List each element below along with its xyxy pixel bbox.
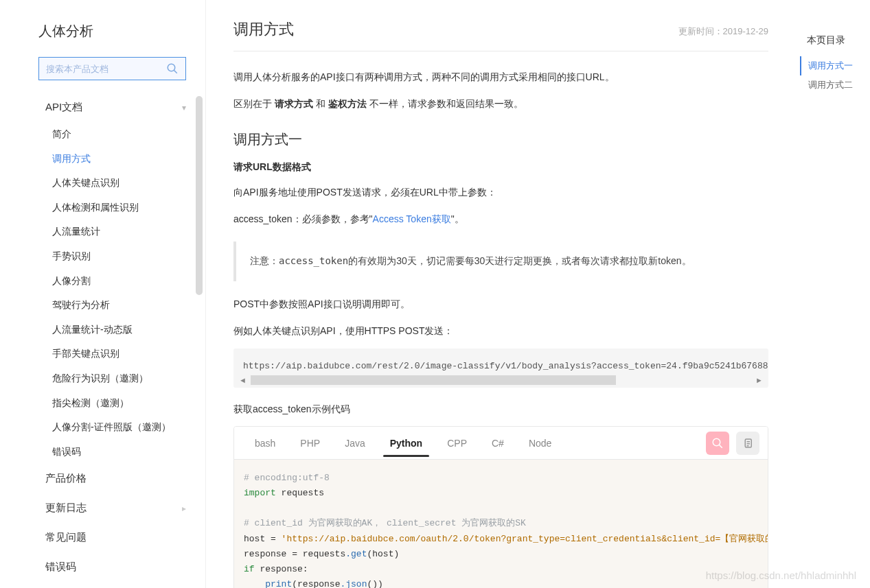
nav-private[interactable]: 私有化部署▸	[45, 582, 186, 588]
request-url-heading: 请求URL数据格式	[233, 161, 768, 174]
sidebar-title: 人体分析	[38, 22, 176, 40]
horizontal-scrollbar[interactable]: ◄ ►	[233, 377, 768, 388]
code-line: # client_id 为官网获取的AK， client_secret 为官网获…	[244, 518, 526, 528]
tab-python[interactable]: Python	[378, 430, 435, 457]
tab-csharp[interactable]: C#	[479, 430, 516, 457]
nav-item-danger[interactable]: 危险行为识别（邀测）	[52, 366, 186, 391]
nav-changelog[interactable]: 更新日志▸	[45, 493, 186, 523]
update-time: 更新时间：2019-12-29	[678, 25, 769, 38]
code-text: response = requests	[244, 549, 345, 559]
note-block: 注意：access_token的有效期为30天，切记需要每30天进行定期更换，或…	[233, 242, 768, 281]
code-text: response:	[255, 564, 308, 574]
code-text: ())	[367, 579, 382, 588]
text: 区别在于	[233, 98, 275, 109]
main-content: 调用方式 更新时间：2019-12-29 调用人体分析服务的API接口有两种调用…	[206, 0, 796, 588]
strong-text: 请求方式	[275, 98, 313, 109]
search-box[interactable]	[38, 57, 186, 80]
update-date: 2019-12-29	[723, 26, 769, 36]
nav-sublist: 简介 调用方式 人体关键点识别 人体检测和属性识别 人流量统计 手势识别 人像分…	[52, 122, 186, 464]
note-text: 的有效期为30天，切记需要每30天进行定期更换，或者每次请求都拉取新token。	[348, 255, 691, 266]
nav-label: 更新日志	[45, 502, 87, 515]
toc-item-method1[interactable]: 调用方式一	[800, 56, 866, 75]
request-url-desc: 向API服务地址使用POST发送请求，必须在URL中带上参数：	[233, 183, 768, 202]
text: "。	[451, 213, 464, 224]
title-row: 调用方式 更新时间：2019-12-29	[233, 19, 768, 51]
note-code: access_token	[279, 255, 348, 266]
sidebar-scrollbar[interactable]	[196, 96, 203, 295]
code-fn: .json	[340, 579, 367, 588]
url-code: https://aip.baidubce.com/rest/2.0/image-…	[233, 349, 768, 377]
nav-label: 产品价格	[45, 472, 87, 485]
nav-section-api[interactable]: API文档 ▾	[45, 93, 186, 122]
get-token-label: 获取access_token示例代码	[233, 400, 768, 419]
nav-item-keypoint[interactable]: 人体关键点识别	[52, 171, 186, 196]
chevron-right-icon: ▸	[182, 504, 186, 513]
nav-faq[interactable]: 常见问题	[45, 523, 186, 552]
code-string: 'https://aip.baidubce.com/oauth/2.0/toke…	[282, 534, 768, 544]
url-code-block: https://aip.baidubce.com/rest/2.0/image-…	[233, 349, 768, 388]
nav-item-crowd[interactable]: 人流量统计	[52, 220, 186, 244]
page-toc: 本页目录 调用方式一 调用方式二	[796, 0, 870, 588]
toc-title: 本页目录	[800, 34, 866, 47]
nav-section-label: API文档	[45, 101, 82, 114]
code-body: # encoding:utf-8 import requests # clien…	[234, 460, 768, 588]
svg-point-0	[168, 64, 175, 71]
nav-item-driving[interactable]: 驾驶行为分析	[52, 293, 186, 318]
code-text	[244, 579, 265, 588]
tab-node[interactable]: Node	[516, 430, 564, 457]
svg-line-3	[720, 445, 722, 447]
code-kw: if	[244, 564, 255, 574]
nav-item-gesture[interactable]: 手势识别	[52, 244, 186, 269]
section-method-1: 调用方式一	[233, 130, 768, 149]
nav-label: 错误码	[45, 561, 76, 574]
svg-line-1	[174, 71, 177, 73]
nav-item-hand-keypoint[interactable]: 手部关键点识别	[52, 342, 186, 366]
nav-item-idphoto[interactable]: 人像分割-证件照版（邀测）	[52, 415, 186, 440]
code-text: (response	[292, 579, 340, 588]
text: 不一样，请求参数和返回结果一致。	[367, 98, 523, 109]
nav-item-detect-attr[interactable]: 人体检测和属性识别	[52, 196, 186, 220]
nav-item-intro[interactable]: 简介	[52, 122, 186, 147]
code-text: requests	[276, 488, 324, 498]
scroll-right-icon[interactable]: ►	[753, 376, 766, 384]
search-input[interactable]	[46, 64, 166, 74]
code-text: (host)	[367, 549, 399, 559]
tab-php[interactable]: PHP	[288, 430, 332, 457]
copy-icon	[742, 437, 754, 449]
scroll-track[interactable]	[251, 375, 751, 385]
page-title: 调用方式	[233, 19, 294, 40]
code-text: host =	[244, 534, 282, 544]
update-prefix: 更新时间：	[678, 26, 723, 36]
scroll-left-icon[interactable]: ◄	[236, 376, 249, 384]
intro-paragraph-1: 调用人体分析服务的API接口有两种调用方式，两种不同的调用方式采用相同的接口UR…	[233, 68, 768, 86]
nav-item-fingertip[interactable]: 指尖检测（邀测）	[52, 391, 186, 416]
nav-item-invoke[interactable]: 调用方式	[52, 147, 186, 172]
access-token-link[interactable]: Access Token获取	[373, 213, 451, 224]
post-desc: POST中参数按照API接口说明调用即可。	[233, 295, 768, 314]
tab-java[interactable]: Java	[332, 430, 378, 457]
note-label: 注意：	[250, 255, 279, 266]
tab-bash[interactable]: bash	[242, 430, 288, 457]
search-icon	[166, 62, 179, 75]
nav-item-segment[interactable]: 人像分割	[52, 269, 186, 294]
nav-item-errorcode[interactable]: 错误码	[52, 440, 186, 464]
access-token-line: access_token：必须参数，参考"Access Token获取"。	[233, 210, 768, 228]
nav-errorcode2[interactable]: 错误码	[45, 552, 186, 582]
code-fn: print	[265, 579, 292, 588]
nav-item-crowd-dyn[interactable]: 人流量统计-动态版	[52, 318, 186, 342]
text: access_token：必须参数，参考"	[233, 213, 373, 224]
svg-point-2	[713, 438, 720, 446]
sidebar: 人体分析 API文档 ▾ 简介 调用方式 人体关键点识别 人体检测和属性识别 人…	[0, 0, 206, 588]
strong-text: 鉴权方法	[328, 98, 367, 109]
toc-item-method2[interactable]: 调用方式二	[800, 75, 866, 95]
code-kw: import	[244, 488, 276, 498]
code-search-button[interactable]	[706, 432, 729, 455]
code-copy-button[interactable]	[736, 432, 759, 455]
nav-pricing[interactable]: 产品价格	[45, 464, 186, 493]
intro-paragraph-2: 区别在于 请求方式 和 鉴权方法 不一样，请求参数和返回结果一致。	[233, 95, 768, 113]
code-line: # encoding:utf-8	[244, 473, 330, 483]
text: 和	[313, 98, 328, 109]
example-line: 例如人体关键点识别API，使用HTTPS POST发送：	[233, 322, 768, 340]
search-icon	[711, 437, 724, 449]
tab-cpp[interactable]: CPP	[435, 430, 479, 457]
